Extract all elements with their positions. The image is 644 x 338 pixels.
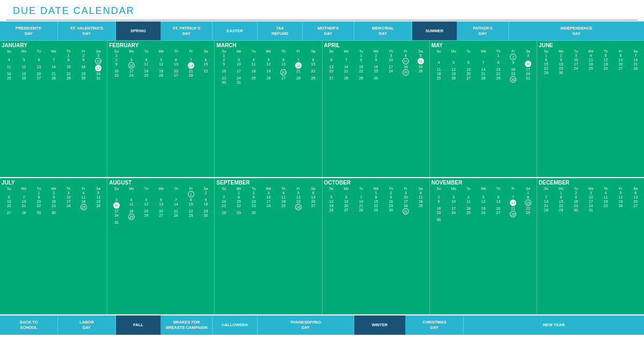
- month-march: MARCH SuMoTuWeThFrSa 1 2345678 910111213…: [215, 41, 322, 177]
- month-july: JULY SuMoTuWeThFrSa 12345 6789101112 131…: [0, 178, 107, 314]
- banner-halloween: HALLOWEEN: [213, 315, 258, 335]
- banner-valentines-day: ST. VALENTINE'SDAY: [58, 21, 116, 40]
- banner-spring: SPRING: [116, 21, 161, 40]
- banner-new-year: NEW YEAR: [464, 315, 644, 335]
- banner-mothers-day: MOTHER'SDAY: [303, 21, 354, 40]
- months-top-row: JANUARY SuMoTuWeThFrSa 123 45678910 1112…: [0, 41, 644, 178]
- calendar-wrapper: PRESIDENTS'DAY ST. VALENTINE'SDAY SPRING…: [0, 21, 644, 335]
- banner-presidents-day: PRESIDENTS'DAY: [0, 21, 58, 40]
- month-august: AUGUST SuMoTuWeThFrSa 12 3456789 1011121…: [107, 178, 215, 314]
- month-december: DECEMBER SuMoTuWeThFrSa 123456 789101112…: [537, 178, 644, 314]
- month-may: MAY SuMoTuWeThFrSa 123 45678910 11121314…: [430, 41, 537, 177]
- month-october: OCTOBER SuMoTuWeThFrSa 1234 567891011 12…: [323, 178, 430, 314]
- banner-easter: EASTER: [213, 21, 258, 40]
- bottom-banner-row: BACK TOSCHOOL LABORDAY FALL BRAKES FORBR…: [0, 315, 644, 335]
- banner-fall: FALL: [116, 315, 161, 335]
- banner-winter: WINTER: [354, 315, 406, 335]
- month-february: FEBRUARY SuMoTuWeThFrSa 1 2345678 910111…: [107, 41, 215, 177]
- banner-memorial-day: MEMORIALDAY: [354, 21, 412, 40]
- banner-st-patricks: ST. PATRICK'SDAY: [161, 21, 213, 40]
- page-title: DUE DATE CALENDAR: [6, 0, 638, 20]
- month-june: JUNE SuMoTuWeThFrSa 1234567 891011121314…: [537, 41, 644, 177]
- banner-thanksgiving: THANKSGIVINGDAY: [258, 315, 354, 335]
- banner-tax-refund: TAXREFUND: [258, 21, 303, 40]
- banner-back-to-school: BACK TOSCHOOL: [0, 315, 58, 335]
- month-april: APRIL SuMoTuWeThFrSa 12345 6789101112 13…: [323, 41, 430, 177]
- banner-brakes-campaign: BRAKES FORBREASTS CAMPAIGN: [161, 315, 213, 335]
- month-january: JANUARY SuMoTuWeThFrSa 123 45678910 1112…: [0, 41, 107, 177]
- month-november: NOVEMBER SuMoTuWeThFrSa 1 2345678 910111…: [430, 178, 537, 314]
- months-bottom-row: JULY SuMoTuWeThFrSa 12345 6789101112 131…: [0, 178, 644, 315]
- banner-summer: SUMMER: [412, 21, 457, 40]
- top-banner-row: PRESIDENTS'DAY ST. VALENTINE'SDAY SPRING…: [0, 21, 644, 41]
- month-september: SEPTEMBER SuMoTuWeThFrSa 123456 78910111…: [215, 178, 322, 314]
- banner-independence-day: INDEPENDENCEDAY: [509, 21, 644, 40]
- banner-fathers-day: FATHER'SDAY: [457, 21, 509, 40]
- banner-labor-day: LABORDAY: [58, 315, 116, 335]
- banner-christmas: CHRISTMASDAY: [406, 315, 464, 335]
